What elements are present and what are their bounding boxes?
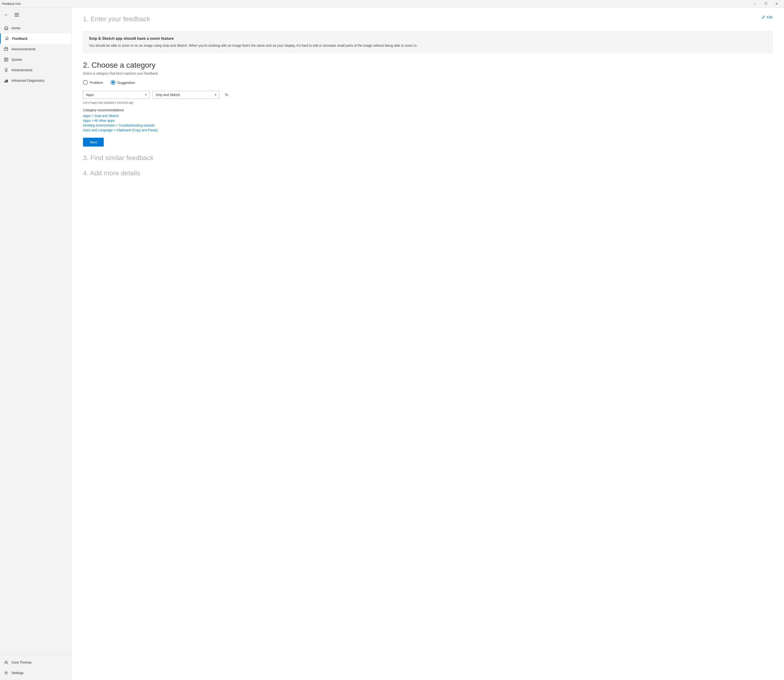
rec-link-2[interactable]: Desktop Environment > Troubleshooting wi… bbox=[83, 123, 773, 127]
user-avatar-icon bbox=[4, 660, 9, 665]
suggestion-radio-dot bbox=[112, 81, 114, 83]
section2-subtitle: Select a category that best matches your… bbox=[83, 71, 773, 75]
section1-header: 1. Enter your feedback Edit bbox=[83, 15, 773, 28]
announcements-icon bbox=[4, 47, 9, 52]
problem-radio[interactable]: Problem bbox=[83, 80, 103, 85]
section4: 4. Add more details bbox=[83, 169, 773, 177]
problem-radio-circle bbox=[83, 80, 88, 85]
edit-link[interactable]: Edit bbox=[762, 15, 773, 19]
apps-dropdown[interactable]: Apps ▾ bbox=[83, 91, 150, 99]
suggestion-radio-label: Suggestion bbox=[117, 80, 135, 85]
svg-rect-4 bbox=[4, 81, 5, 82]
section3-title: 3. Find similar feedback bbox=[83, 154, 773, 162]
titlebar: Feedback Hub − ❐ ✕ bbox=[0, 0, 784, 8]
hamburger-line bbox=[14, 13, 19, 14]
edit-label: Edit bbox=[767, 15, 773, 19]
advanced-diagnostics-icon bbox=[4, 78, 9, 83]
sidebar: ← Home Feedback bbox=[0, 8, 71, 680]
rec-link-1[interactable]: Apps > All other apps bbox=[83, 119, 773, 123]
category-radio-group: Problem Suggestion bbox=[83, 80, 773, 85]
sidebar-item-advanced-diagnostics-label: Advanced Diagnostics bbox=[11, 79, 44, 82]
sidebar-item-settings-label: Settings bbox=[11, 671, 24, 675]
list-updated-text: List of apps last updated 2 seconds ago bbox=[83, 101, 773, 104]
snip-sketch-dropdown-value: Snip and Sketch bbox=[156, 93, 180, 97]
section4-title: 4. Add more details bbox=[83, 169, 773, 177]
svg-rect-6 bbox=[6, 79, 7, 82]
sidebar-bottom: Cora Thomas Settings bbox=[0, 655, 71, 680]
app-container: ← Home Feedback bbox=[0, 8, 784, 680]
category-recs-title: Category recommendations bbox=[83, 108, 773, 112]
feedback-body: You should be able to zoom in on an imag… bbox=[89, 43, 767, 48]
rec-link-3[interactable]: Input and Language > Clipboard (Copy and… bbox=[83, 128, 773, 132]
main-content: 1. Enter your feedback Edit Snip & Sketc… bbox=[71, 8, 784, 680]
restore-button[interactable]: ❐ bbox=[760, 0, 771, 8]
sidebar-item-home-label: Home bbox=[11, 26, 20, 30]
section1-title: 1. Enter your feedback bbox=[83, 15, 150, 23]
svg-point-3 bbox=[5, 68, 7, 71]
window-controls: − ❐ ✕ bbox=[749, 0, 782, 8]
svg-point-9 bbox=[5, 672, 7, 674]
achievements-icon bbox=[4, 68, 9, 72]
sidebar-item-announcements[interactable]: Announcements bbox=[0, 44, 71, 54]
svg-rect-7 bbox=[7, 80, 8, 82]
close-button[interactable]: ✕ bbox=[771, 0, 782, 8]
section2-title: 2. Choose a category bbox=[83, 61, 773, 69]
sidebar-item-feedback[interactable]: Feedback bbox=[0, 33, 71, 44]
feedback-icon bbox=[5, 36, 9, 41]
sidebar-item-quests[interactable]: Quests bbox=[0, 54, 71, 65]
sidebar-top: ← bbox=[0, 8, 71, 22]
sidebar-item-announcements-label: Announcements bbox=[11, 47, 36, 51]
sidebar-item-quests-label: Quests bbox=[11, 58, 22, 61]
sidebar-item-settings[interactable]: Settings bbox=[0, 667, 71, 678]
category-recommendations: Category recommendations Apps > Snip and… bbox=[83, 108, 773, 132]
apps-dropdown-value: Apps bbox=[86, 93, 94, 97]
section2: 2. Choose a category Select a category t… bbox=[83, 61, 773, 146]
user-profile[interactable]: Cora Thomas bbox=[0, 657, 71, 667]
snip-sketch-dropdown-chevron: ▾ bbox=[215, 93, 216, 96]
quests-icon bbox=[4, 57, 9, 62]
refresh-button[interactable]: ↻ bbox=[222, 91, 231, 99]
hamburger-line bbox=[14, 16, 19, 16]
sidebar-item-feedback-label: Feedback bbox=[12, 37, 28, 41]
apps-dropdown-chevron: ▾ bbox=[145, 93, 147, 96]
sidebar-item-achievements[interactable]: Achievements bbox=[0, 65, 71, 75]
back-button[interactable]: ← bbox=[2, 11, 11, 19]
sidebar-nav: Home Feedback Announcements Quests bbox=[0, 22, 71, 655]
svg-rect-5 bbox=[5, 80, 6, 82]
sidebar-item-achievements-label: Achievements bbox=[11, 68, 32, 72]
feedback-box: Snip & Sketch app should have a zoom fea… bbox=[83, 31, 773, 53]
home-icon bbox=[4, 26, 9, 30]
sidebar-item-advanced-diagnostics[interactable]: Advanced Diagnostics bbox=[0, 75, 71, 86]
feedback-title: Snip & Sketch app should have a zoom fea… bbox=[89, 36, 767, 41]
settings-icon bbox=[4, 671, 9, 675]
sidebar-item-home[interactable]: Home bbox=[0, 23, 71, 33]
user-name-label: Cora Thomas bbox=[11, 661, 32, 664]
minimize-button[interactable]: − bbox=[749, 0, 760, 8]
rec-link-0[interactable]: Apps > Snip and Sketch bbox=[83, 114, 773, 118]
app-title: Feedback Hub bbox=[2, 2, 21, 5]
next-button[interactable]: Next bbox=[83, 138, 104, 146]
problem-radio-label: Problem bbox=[90, 80, 103, 85]
suggestion-radio[interactable]: Suggestion bbox=[110, 80, 135, 85]
category-dropdown-row: Apps ▾ Snip and Sketch ▾ ↻ bbox=[83, 91, 773, 99]
edit-icon bbox=[762, 15, 765, 19]
suggestion-radio-circle bbox=[110, 80, 115, 85]
hamburger-menu-button[interactable] bbox=[13, 11, 21, 19]
section3: 3. Find similar feedback bbox=[83, 154, 773, 162]
snip-sketch-dropdown[interactable]: Snip and Sketch ▾ bbox=[153, 91, 219, 99]
hamburger-line bbox=[14, 14, 19, 15]
